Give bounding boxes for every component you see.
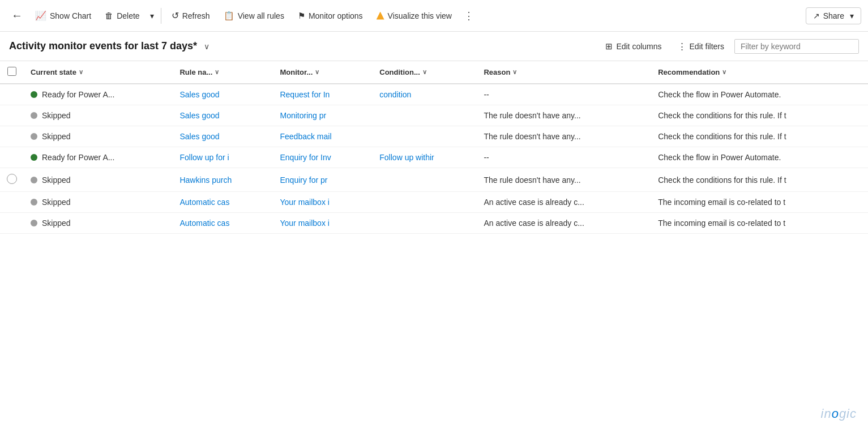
table-container: Current state ∨ Rule na... ∨ Monitor... … [0,61,868,428]
rule-name-link[interactable]: Follow up for i [179,153,266,162]
row-condition[interactable]: Follow up withir [373,147,477,168]
select-all-checkbox[interactable] [7,67,16,76]
visualize-button[interactable]: Visualize this view [371,8,457,24]
row-condition[interactable]: condition [373,84,477,105]
current-state-text: Ready for Power A... [42,153,114,162]
row-checkbox-cell[interactable] [0,168,24,192]
visualize-icon [377,12,384,20]
row-checkbox-cell[interactable] [0,147,24,168]
edit-filters-button[interactable]: ⋮ Edit filters [672,38,730,54]
row-condition[interactable] [373,105,477,126]
col-header-recommendation[interactable]: Recommendation ∨ [651,61,868,84]
current-state-text: Skipped [42,132,71,141]
sort-icon-monitor: ∨ [315,69,319,76]
back-button[interactable]: ← [7,7,27,24]
row-rule-name[interactable]: Follow up for i [173,147,273,168]
show-chart-button[interactable]: 📈 Show Chart [29,7,97,24]
monitor-link[interactable]: Request for In [280,90,366,99]
col-header-rule-name[interactable]: Rule na... ∨ [173,61,273,84]
gray-status-dot [31,199,37,206]
row-recommendation: The incoming email is co-related to t [651,213,868,234]
row-checkbox-cell[interactable] [0,84,24,105]
row-condition[interactable] [373,192,477,213]
rule-name-link[interactable]: Sales good [179,132,266,141]
row-monitor[interactable]: Enquiry for pr [273,168,373,192]
share-dropdown-icon: ▾ [850,11,854,20]
row-reason: -- [477,147,651,168]
monitor-options-button[interactable]: ⚑ Monitor options [292,7,369,24]
row-monitor[interactable]: Feedback mail [273,126,373,147]
monitor-link[interactable]: Your mailbox i [280,219,366,228]
row-rule-name[interactable]: Sales good [173,84,273,105]
rule-name-link[interactable]: Automatic cas [179,198,266,207]
table-body: Ready for Power A...Sales goodRequest fo… [0,84,868,234]
monitor-link[interactable]: Your mailbox i [280,198,366,207]
row-monitor[interactable]: Monitoring pr [273,105,373,126]
green-status-dot [31,91,37,98]
row-checkbox-cell[interactable] [0,192,24,213]
col-header-condition[interactable]: Condition... ∨ [373,61,477,84]
row-recommendation: Check the conditions for this rule. If t [651,105,868,126]
rule-name-link[interactable]: Hawkins purch [179,176,266,185]
refresh-icon: ↺ [172,10,179,21]
rule-name-link[interactable]: Automatic cas [179,219,266,228]
monitor-link[interactable]: Enquiry for Inv [280,153,366,162]
row-rule-name[interactable]: Automatic cas [173,192,273,213]
row-checkbox-cell[interactable] [0,126,24,147]
row-monitor[interactable]: Enquiry for Inv [273,147,373,168]
table-header-row: Current state ∨ Rule na... ∨ Monitor... … [0,61,868,84]
title-chevron-icon[interactable]: ∨ [204,42,209,51]
row-rule-name[interactable]: Automatic cas [173,213,273,234]
row-checkbox-cell[interactable] [0,213,24,234]
row-recommendation: Check the flow in Power Automate. [651,84,868,105]
view-all-rules-button[interactable]: 📋 View all rules [218,7,290,24]
row-condition[interactable] [373,126,477,147]
monitor-link[interactable]: Feedback mail [280,132,366,141]
row-monitor[interactable]: Your mailbox i [273,213,373,234]
delete-dropdown-button[interactable]: ▾ [148,8,156,24]
more-options-button[interactable]: ⋮ [460,7,478,25]
share-button[interactable]: ↗ Share ▾ [806,7,861,24]
col-header-reason[interactable]: Reason ∨ [477,61,651,84]
chevron-down-icon: ▾ [150,11,154,20]
current-state-text: Ready for Power A... [42,90,114,99]
row-current-state: Skipped [24,126,173,147]
row-recommendation: Check the flow in Power Automate. [651,147,868,168]
monitor-link[interactable]: Monitoring pr [280,111,366,120]
condition-link[interactable]: Follow up withir [379,153,470,162]
current-state-text: Skipped [42,176,71,185]
keyword-filter-input[interactable] [741,42,853,51]
row-condition[interactable] [373,213,477,234]
col-header-monitor[interactable]: Monitor... ∨ [273,61,373,84]
share-icon: ↗ [813,11,820,20]
gray-status-dot [31,112,37,119]
refresh-button[interactable]: ↺ Refresh [166,7,216,24]
rule-name-link[interactable]: Sales good [179,90,266,99]
row-reason: The rule doesn't have any... [477,105,651,126]
page-title: Activity monitor events for last 7 days* [9,40,197,52]
row-rule-name[interactable]: Sales good [173,126,273,147]
row-monitor[interactable]: Your mailbox i [273,192,373,213]
monitor-link[interactable]: Enquiry for pr [280,176,366,185]
delete-button[interactable]: 🗑 Delete [99,7,145,24]
row-reason: The rule doesn't have any... [477,168,651,192]
row-rule-name[interactable]: Hawkins purch [173,168,273,192]
header-checkbox-cell[interactable] [0,61,24,84]
delete-icon: 🗑 [105,11,113,20]
col-header-current-state[interactable]: Current state ∨ [24,61,173,84]
row-monitor[interactable]: Request for In [273,84,373,105]
row-checkbox-cell[interactable] [0,105,24,126]
row-rule-name[interactable]: Sales good [173,105,273,126]
row-recommendation: Check the conditions for this rule. If t [651,126,868,147]
row-reason: An active case is already c... [477,213,651,234]
row-reason: An active case is already c... [477,192,651,213]
row-current-state: Ready for Power A... [24,84,173,105]
row-condition[interactable] [373,168,477,192]
row-recommendation: Check the conditions for this rule. If t [651,168,868,192]
keyword-filter-container [734,39,859,54]
edit-columns-button[interactable]: ⊞ Edit columns [600,38,667,54]
rule-name-link[interactable]: Sales good [179,111,266,120]
condition-link[interactable]: condition [379,90,470,99]
row-select-circle[interactable] [7,174,17,184]
table-row: SkippedSales goodFeedback mailThe rule d… [0,126,868,147]
